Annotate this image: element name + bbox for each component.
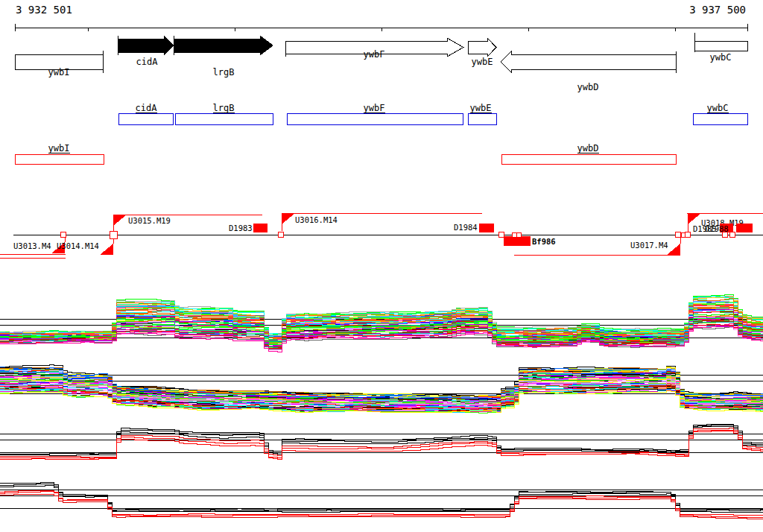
probe-marker-square[interactable] [730,232,735,238]
probe-flag-u3016-m14[interactable] [282,213,295,224]
red_track-box-ywbd[interactable] [501,154,676,164]
blue_track-box-lrgb[interactable] [175,113,273,124]
gene-arrow-ywbd[interactable] [501,51,676,72]
gene-arrow-ywbc[interactable] [694,41,747,51]
ruler-start-label: 3 932 501 [16,4,72,16]
blue_track-label-ywbc[interactable]: ywbC [707,103,729,113]
probe-box-d1983[interactable] [253,224,267,232]
probe-flag-u3017-m4[interactable] [667,244,680,255]
probe-marker-square[interactable] [516,232,521,237]
blue_track-box-ywbc[interactable] [693,113,747,124]
gene-arrow-cida[interactable] [118,36,174,55]
probe-box-d1988[interactable] [736,224,753,232]
probe-label-u3014-m14[interactable]: U3014.M14 [57,241,99,250]
probe-label-u3017-m4[interactable]: U3017.M4 [630,241,668,250]
gene-arrow-ywbe[interactable] [468,38,496,57]
probe-marker-square[interactable] [512,232,516,237]
probe-label-u3013-m4[interactable]: U3013.M4 [13,241,51,250]
probe-label-d1984[interactable]: D1984 [454,223,478,232]
red_track-box-ywbi[interactable] [15,154,104,164]
probe-label-bf986[interactable]: Bf986 [532,237,556,246]
gene-arrow-lrgb[interactable] [174,36,273,55]
blue_track-label-ywbe[interactable]: ywbE [470,103,492,113]
probe-label-d1983[interactable]: D1983 [229,224,253,232]
gene-label-ywbe: ywbE [472,57,493,67]
probe-label-u3016-m14[interactable]: U3016.M14 [295,215,338,224]
ruler-end-label: 3 937 500 [689,4,746,16]
probe-flag-u3014-m14[interactable] [100,244,113,255]
gene-label-ywbd: ywbD [577,82,599,92]
blue_track-label-cida[interactable]: cidA [136,103,158,113]
red_track-label-ywbi[interactable]: ywbI [48,143,70,153]
probe-box-bf986[interactable] [504,236,531,246]
blue_track-label-lrgb[interactable]: lrgB [213,103,235,113]
gene-label-ywbc: ywbC [710,52,732,63]
probe-flag-u3018-m19[interactable] [688,213,701,224]
gene-label-ywbi: ywbI [48,67,70,77]
probe-label-u3015-m19[interactable]: U3015.M19 [128,216,171,225]
blue_track-box-ywbe[interactable] [468,113,496,124]
blue_track-box-cida[interactable] [118,113,173,124]
probe-marker-square[interactable] [110,231,117,238]
probe-marker-square[interactable] [61,232,66,238]
gene-label-cida: cidA [136,57,159,67]
genome-browser-view: 3 932 5013 937 500ywbIcidAlrgBywbFywbEyw… [0,0,763,532]
probe-marker-square[interactable] [676,232,681,238]
gene-label-lrgb: lrgB [213,67,235,77]
probe-marker-square[interactable] [686,232,691,238]
probe-marker-square[interactable] [723,232,728,238]
blue_track-box-ywbf[interactable] [287,113,463,124]
probe-marker-square[interactable] [279,232,284,238]
probe-flag-u3015-m19[interactable] [113,215,127,226]
blue_track-label-ywbf[interactable]: ywbF [364,103,385,113]
probe-marker-square[interactable] [499,232,504,238]
probe-box-d1984[interactable] [479,224,494,232]
gene-label-ywbf: ywbF [364,49,385,60]
genome-browser-canvas: 3 932 5013 937 500ywbIcidAlrgBywbFywbEyw… [0,0,763,532]
red_track-label-ywbd[interactable]: ywbD [577,143,599,153]
